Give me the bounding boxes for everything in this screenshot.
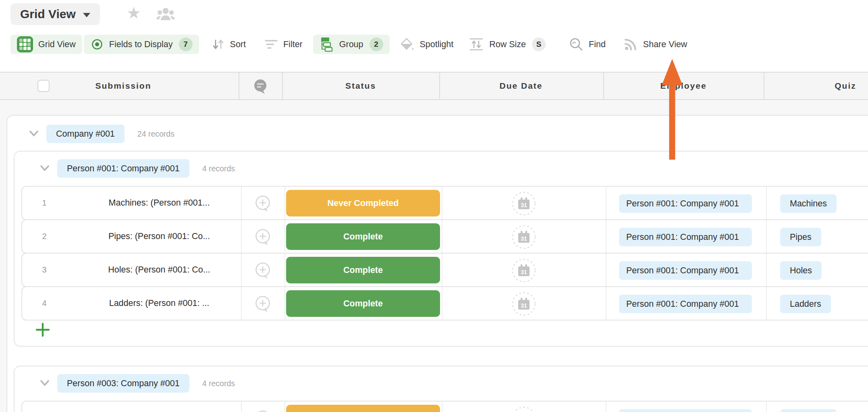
column-header-status[interactable]: Status [345,73,376,99]
subgroup-person-001: Person #001: Company #001 4 records 1 Ma… [14,151,868,347]
table-row[interactable]: 4 Ladders: (Person #001: ... Complete [21,286,868,320]
filter-label: Filter [283,40,303,50]
share-view-label: Share View [643,40,687,50]
submission-cell[interactable]: Pipes: (Person #001: Co... [71,220,248,253]
cell-divider [241,220,242,253]
quiz-cell[interactable]: Ladders [780,295,831,313]
chevron-down-icon[interactable] [37,163,52,174]
subgroup-header-person-001[interactable]: Person #001: Company #001 4 records [37,156,235,181]
view-toolbar: Grid View Fields to Display 7 Sort Fil [10,35,687,54]
view-name-label: Grid View [20,7,76,21]
quiz-cell[interactable]: Machines [780,409,837,412]
cell-divider [241,287,242,320]
subgroup-person-003: Person #003: Company #001 4 records 1 Ma… [14,366,868,412]
status-cell[interactable]: Complete [286,223,440,250]
column-header-due-date[interactable]: Due Date [499,73,542,99]
chevron-down-icon[interactable] [37,378,52,389]
quiz-cell[interactable]: Machines [780,194,837,213]
add-record-button[interactable] [35,323,50,339]
cell-divider [766,254,767,286]
due-date-cell[interactable]: 31 [511,258,536,285]
row-number: 4 [34,287,54,320]
due-date-cell[interactable]: 31 [511,406,536,412]
column-header-submission[interactable]: Submission [95,73,151,99]
employee-cell[interactable]: Person #001: Company #001 [619,295,752,313]
calendar-icon: 31 [511,406,536,412]
subgroup-label-pill[interactable]: Person #001: Company #001 [57,159,189,178]
due-date-cell[interactable]: 31 [511,191,536,218]
group-button[interactable]: Group 2 [313,35,390,54]
quiz-cell[interactable]: Pipes [780,228,821,246]
due-date-cell[interactable]: 31 [511,291,536,318]
cell-divider [442,220,442,253]
filter-button[interactable]: Filter [264,35,303,54]
row-number: 1 [34,187,54,219]
cell-divider [241,254,242,286]
grid-view-button[interactable]: Grid View [10,35,82,54]
cell-divider [284,187,285,219]
subgroup-record-count: 4 records [202,164,235,173]
status-cell[interactable]: Complete [286,290,440,317]
chevron-down-icon[interactable] [26,129,42,139]
add-comment-button[interactable] [252,293,273,316]
spotlight-label: Spotlight [420,40,454,50]
cell-divider [284,287,285,320]
table-row[interactable]: 3 Holes: (Person #001: Co... Complete [21,253,868,287]
table-row[interactable]: 1 Machines: (Person #001... Never Comple… [21,186,868,220]
comment-plus-icon [252,260,273,281]
employee-cell[interactable]: Person #001: Company #001 [619,194,752,213]
table-row[interactable]: 2 Pipes: (Person #001: Co... Complete [21,219,868,254]
svg-text:31: 31 [521,202,527,208]
group-record-count: 24 records [137,129,174,139]
cell-divider [606,220,606,253]
select-all-checkbox[interactable] [37,80,50,92]
cell-divider [284,220,285,253]
favorite-star-icon[interactable]: ★ [127,5,141,21]
search-icon [569,37,584,52]
group-header-company[interactable]: Company #001 24 records [26,122,174,146]
add-comment-button[interactable] [252,193,273,216]
due-date-cell[interactable]: 31 [511,225,536,251]
group-label-pill[interactable]: Company #001 [46,125,125,143]
employee-cell[interactable]: Person #003: Company #001 [619,409,752,412]
row-size-button[interactable]: Row Size S [469,35,546,54]
collaborators-icon[interactable] [156,6,175,24]
fields-to-display-button[interactable]: Fields to Display 7 [84,35,199,54]
find-button[interactable]: Find [569,35,606,54]
filter-icon [264,39,278,50]
share-view-button[interactable]: Share View [623,35,687,54]
submission-cell[interactable]: Machines: (Person #00... [71,402,248,412]
add-comment-button[interactable] [252,227,273,249]
comment-plus-icon [252,293,273,314]
view-name-dropdown[interactable]: Grid View [10,3,100,25]
sort-button[interactable]: Sort [211,35,246,54]
submission-cell[interactable]: Holes: (Person #001: Co... [71,254,248,286]
calendar-icon: 31 [511,291,536,316]
grid-view-app: Grid View ★ [0,0,868,412]
row-number: 2 [34,220,54,253]
add-comment-button[interactable] [252,408,273,412]
status-cell[interactable]: Never Completed [286,190,440,216]
subgroup-label-pill[interactable]: Person #003: Company #001 [57,374,189,393]
chevron-down-icon [83,13,90,17]
share-rss-icon [623,37,638,52]
quiz-cell[interactable]: Holes [780,261,822,280]
employee-cell[interactable]: Person #001: Company #001 [619,261,752,280]
column-divider [239,73,239,99]
spotlight-icon [399,37,415,52]
column-header-employee[interactable]: Employee [660,73,706,99]
fields-to-display-label: Fields to Display [109,40,173,50]
submission-cell[interactable]: Ladders: (Person #001: ... [71,287,248,320]
status-cell[interactable]: Never Completed [286,405,440,412]
employee-cell[interactable]: Person #001: Company #001 [619,228,752,246]
column-header-quiz[interactable]: Quiz [835,73,856,99]
group-company-001: Company #001 24 records Person #001: Com… [6,115,868,412]
status-cell[interactable]: Complete [286,257,440,283]
group-icon [320,37,334,52]
add-comment-button[interactable] [252,260,273,283]
cell-divider [606,187,606,219]
table-row[interactable]: 1 Machines: (Person #00... Never Complet… [21,401,868,412]
subgroup-header-person-003[interactable]: Person #003: Company #001 4 records [37,371,235,395]
submission-cell[interactable]: Machines: (Person #001... [71,187,248,219]
spotlight-button[interactable]: Spotlight [399,35,454,54]
